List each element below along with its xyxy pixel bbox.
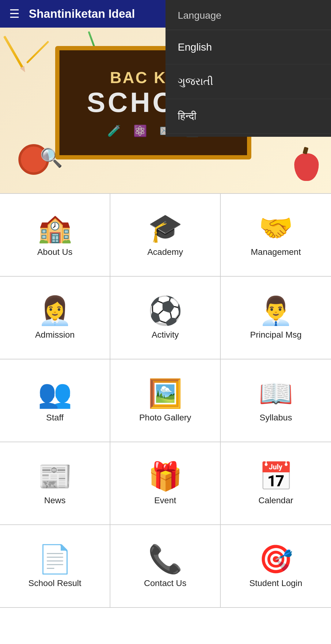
dropdown-header-label: Language — [166, 0, 331, 30]
activity-icon: ⚽ — [148, 297, 182, 324]
about-us-icon: 🏫 — [38, 214, 72, 242]
language-option-english[interactable]: English — [166, 30, 331, 64]
grid-cell-syllabus[interactable]: 📖 Syllabus — [221, 359, 331, 442]
principal-msg-label: Principal Msg — [250, 330, 302, 340]
calendar-icon: 📅 — [259, 462, 293, 490]
event-label: Event — [154, 496, 176, 505]
grid-cell-management[interactable]: 🤝 Management — [221, 194, 331, 277]
menu-grid: 🏫 About Us 🎓 Academy 🤝 Management 👩‍💼 Ad… — [0, 193, 331, 608]
grid-cell-contact-us[interactable]: 📞 Contact Us — [110, 525, 221, 608]
syllabus-icon: 📖 — [259, 380, 293, 407]
grid-cell-principal-msg[interactable]: 👨‍💼 Principal Msg — [221, 277, 331, 359]
grid-cell-staff[interactable]: 👥 Staff — [0, 359, 110, 442]
hamburger-menu-icon[interactable]: ☰ — [9, 7, 20, 21]
grid-cell-admission[interactable]: 👩‍💼 Admission — [0, 277, 110, 359]
grid-cell-school-result[interactable]: 📄 School Result — [0, 525, 110, 608]
admission-icon: 👩‍💼 — [38, 297, 72, 324]
academy-icon: 🎓 — [148, 214, 182, 242]
grid-cell-activity[interactable]: ⚽ Activity — [110, 277, 221, 359]
syllabus-label: Syllabus — [260, 413, 292, 423]
grid-cell-about-us[interactable]: 🏫 About Us — [0, 194, 110, 277]
student-login-label: Student Login — [249, 578, 302, 588]
language-dropdown: Language English ગુજરાતી हिन्दी — [166, 0, 331, 137]
grid-cell-event[interactable]: 🎁 Event — [110, 442, 221, 525]
principal-msg-icon: 👨‍💼 — [259, 297, 293, 324]
academy-label: Academy — [147, 247, 183, 257]
contact-us-icon: 📞 — [148, 545, 182, 573]
grid-cell-calendar[interactable]: 📅 Calendar — [221, 442, 331, 525]
photo-gallery-label: Photo Gallery — [139, 413, 191, 423]
news-icon: 📰 — [38, 462, 72, 490]
event-icon: 🎁 — [148, 462, 182, 490]
calendar-label: Calendar — [258, 496, 293, 505]
pencil-2 — [26, 41, 49, 64]
contact-us-label: Contact Us — [144, 578, 187, 588]
photo-gallery-icon: 🖼️ — [148, 380, 182, 407]
news-label: News — [44, 496, 66, 505]
student-login-icon: 🎯 — [259, 545, 293, 573]
activity-label: Activity — [152, 330, 179, 340]
staff-icon: 👥 — [38, 380, 72, 407]
grid-cell-news[interactable]: 📰 News — [0, 442, 110, 525]
grid-cell-academy[interactable]: 🎓 Academy — [110, 194, 221, 277]
language-option-gujarati[interactable]: ગુજરાતી — [166, 64, 331, 99]
language-option-hindi[interactable]: हिन्दी — [166, 99, 331, 134]
pencil-decoration — [3, 36, 24, 69]
grid-cell-student-login[interactable]: 🎯 Student Login — [221, 525, 331, 608]
school-result-icon: 📄 — [38, 545, 72, 573]
management-label: Management — [251, 247, 301, 257]
app-title: Shantiniketan Ideal — [29, 7, 135, 21]
management-icon: 🤝 — [259, 214, 293, 242]
about-us-label: About Us — [37, 247, 72, 257]
staff-label: Staff — [46, 413, 63, 423]
admission-label: Admission — [35, 330, 74, 340]
grid-cell-photo-gallery[interactable]: 🖼️ Photo Gallery — [110, 359, 221, 442]
apple-decoration — [294, 153, 319, 181]
school-result-label: School Result — [29, 578, 82, 588]
